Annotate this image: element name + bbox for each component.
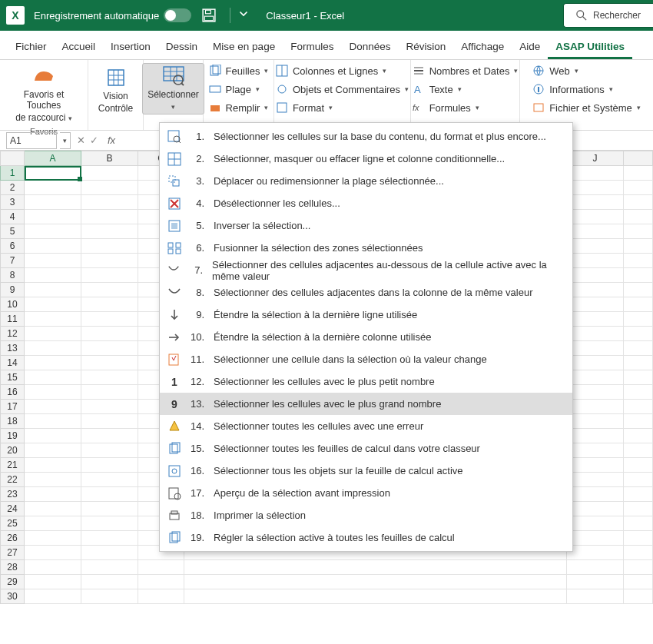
menu-item-6[interactable]: 6.Fusionner la sélection des zones sélec… (160, 237, 572, 259)
col-header-B[interactable]: B (81, 151, 138, 166)
row-header-30[interactable]: 30 (0, 589, 25, 604)
cell[interactable] (81, 385, 138, 400)
cell[interactable] (25, 400, 81, 414)
tab-données[interactable]: Données (341, 35, 398, 59)
cell[interactable] (25, 487, 81, 502)
cell[interactable] (81, 443, 138, 458)
ribbon-item-nombres-et-dates[interactable]: Nombres et Dates▾ (411, 63, 520, 78)
ribbon-item-web[interactable]: Web▾ (531, 63, 642, 78)
cell[interactable] (567, 473, 624, 487)
cell[interactable] (81, 356, 138, 370)
cell[interactable] (81, 546, 138, 560)
row-header-4[interactable]: 4 (0, 210, 25, 224)
cell[interactable] (567, 254, 624, 268)
cell[interactable] (624, 531, 653, 546)
ribbon-item-texte[interactable]: ATexte▾ (411, 81, 520, 97)
row-header-14[interactable]: 14 (0, 356, 25, 370)
cell[interactable] (567, 370, 624, 385)
cell[interactable] (25, 341, 81, 356)
ribbon-item-colonnes-et-lignes[interactable]: Colonnes et Lignes▾ (274, 63, 410, 78)
cell[interactable] (25, 473, 81, 487)
cell[interactable] (567, 210, 624, 224)
cell[interactable] (567, 327, 624, 341)
cell[interactable] (624, 370, 653, 385)
cell[interactable] (624, 210, 653, 224)
row-header-6[interactable]: 6 (0, 239, 25, 254)
cell[interactable] (624, 502, 653, 516)
cell[interactable] (81, 589, 138, 604)
cell[interactable] (184, 575, 567, 589)
row-header-29[interactable]: 29 (0, 575, 25, 589)
cell[interactable] (624, 166, 653, 181)
cell[interactable] (25, 443, 81, 458)
cell[interactable] (567, 283, 624, 297)
cell[interactable] (567, 239, 624, 254)
cell[interactable] (567, 268, 624, 283)
cell[interactable] (81, 516, 138, 531)
cell[interactable] (25, 195, 81, 210)
cell[interactable] (81, 400, 138, 414)
cell[interactable] (81, 297, 138, 312)
menu-item-11[interactable]: 11.Sélectionner une cellule dans la séle… (160, 348, 572, 370)
cell[interactable] (81, 502, 138, 516)
cell[interactable] (25, 414, 81, 429)
cell[interactable] (25, 356, 81, 370)
menu-item-14[interactable]: 14.Sélectionner toutes les cellules avec… (160, 415, 572, 437)
menu-item-3[interactable]: 3.Déplacer ou redimensionner la plage sé… (160, 170, 572, 192)
row-header-18[interactable]: 18 (0, 414, 25, 429)
cell[interactable] (81, 575, 138, 589)
ribbon-item-informations[interactable]: Informations▾ (531, 81, 642, 97)
row-header-12[interactable]: 12 (0, 327, 25, 341)
menu-item-4[interactable]: 4.Désélectionner les cellules... (160, 192, 572, 214)
cell[interactable] (25, 575, 81, 589)
cell[interactable] (25, 268, 81, 283)
tab-asap-utilities[interactable]: ASAP Utilities (548, 35, 632, 59)
cell[interactable] (624, 443, 653, 458)
cell[interactable] (624, 341, 653, 356)
cell[interactable] (81, 414, 138, 429)
cell[interactable] (81, 195, 138, 210)
cell[interactable] (25, 297, 81, 312)
cell[interactable] (25, 546, 81, 560)
cell[interactable] (624, 195, 653, 210)
save-icon[interactable] (202, 8, 216, 22)
cell[interactable] (81, 268, 138, 283)
cell[interactable] (624, 575, 653, 589)
cell[interactable] (25, 429, 81, 443)
cell[interactable] (567, 224, 624, 239)
cell[interactable] (81, 254, 138, 268)
row-header-25[interactable]: 25 (0, 516, 25, 531)
ribbon-item-fichier-et-système[interactable]: Fichier et Système▾ (531, 100, 642, 115)
row-header-28[interactable]: 28 (0, 560, 25, 575)
row-header-1[interactable]: 1 (0, 166, 25, 181)
row-header-23[interactable]: 23 (0, 487, 25, 502)
fx-icon[interactable]: fx (108, 134, 115, 146)
cell[interactable] (624, 385, 653, 400)
cell[interactable] (567, 502, 624, 516)
cell[interactable] (567, 487, 624, 502)
menu-item-10[interactable]: 10.Étendre la sélection à la dernière co… (160, 326, 572, 348)
row-header-9[interactable]: 9 (0, 283, 25, 297)
cell[interactable] (624, 487, 653, 502)
cell[interactable] (624, 356, 653, 370)
row-header-10[interactable]: 10 (0, 297, 25, 312)
row-header-8[interactable]: 8 (0, 268, 25, 283)
vision-controle-button[interactable]: Vision Contrôle (95, 65, 136, 115)
cell[interactable] (81, 283, 138, 297)
cell[interactable] (624, 268, 653, 283)
cell[interactable] (25, 327, 81, 341)
select-all-corner[interactable] (0, 151, 25, 166)
menu-item-8[interactable]: 8.Sélectionner des cellules adjacentes d… (160, 281, 572, 304)
row-header-15[interactable]: 15 (0, 370, 25, 385)
row-header-20[interactable]: 20 (0, 443, 25, 458)
row-header-5[interactable]: 5 (0, 224, 25, 239)
cell[interactable] (567, 166, 624, 181)
cell[interactable] (81, 341, 138, 356)
accept-icon[interactable]: ✓ (90, 134, 98, 146)
tab-aide[interactable]: Aide (512, 35, 548, 59)
cell[interactable] (81, 166, 138, 181)
favoris-button[interactable]: Favoris et Touches de raccourci ▾ (8, 63, 80, 125)
cell[interactable] (567, 516, 624, 531)
search-box[interactable]: Rechercher (563, 3, 653, 28)
cell[interactable] (624, 312, 653, 327)
